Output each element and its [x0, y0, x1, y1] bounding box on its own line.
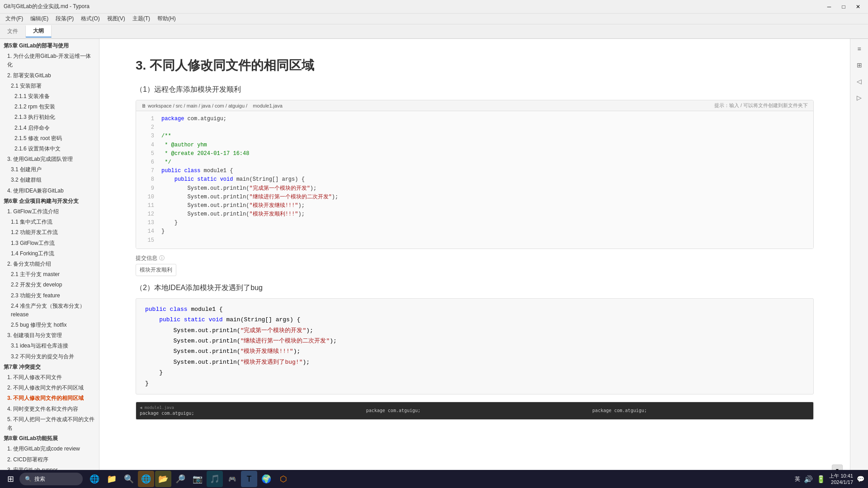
tab-outline[interactable]: 大纲 — [26, 25, 52, 38]
taskbar-icon2[interactable]: 🔋 — [816, 475, 826, 483]
toc-item[interactable]: 第6章 企业项目构建与开发分支 — [0, 196, 99, 206]
taskbar-app-files[interactable]: 📁 — [104, 471, 120, 487]
toc-item[interactable]: 1.3 GitFlow工作流 — [0, 238, 99, 249]
taskbar-app-files2[interactable]: 📂 — [155, 471, 171, 487]
menu-format[interactable]: 格式(O) — [77, 14, 103, 23]
toc-item[interactable]: 5. 不同人把同一文件改成不同的文件名 — [0, 414, 99, 433]
file-path: 🗎 workspace / src / main / java / com / … — [142, 103, 283, 108]
taskbar-notification[interactable]: 💬 — [857, 475, 864, 483]
code-block-2[interactable]: public class module1 { public static voi… — [136, 298, 814, 394]
toc-item[interactable]: 2.1 安装部署 — [0, 81, 99, 91]
toc-item[interactable]: 2. 备分支功能介绍 — [0, 259, 99, 269]
search-label: 搜索 — [34, 475, 45, 483]
toc-item[interactable]: 2.1.3 执行初始化 — [0, 112, 99, 122]
toc-item[interactable]: 2.1.2 rpm 包安装 — [0, 102, 99, 112]
thumbnail-col-left: ◀ module1.java package com.atguigu; — [140, 405, 357, 416]
toc-item[interactable]: 2.5 bug 修理分支 hotfix — [0, 320, 99, 330]
toc-item[interactable]: 1. 为什么使用GitLab-开发运维一体化 — [0, 51, 99, 70]
toc-item[interactable]: 3.2 不同分支的提交与合并 — [0, 352, 99, 362]
toc-item[interactable]: 2.4 准生产分支（预发布分支）release — [0, 301, 99, 320]
commit-value[interactable]: 模块开发顺利 — [136, 264, 176, 276]
code-line-inline: System.out.println("模块开发继续!!!"); — [145, 346, 804, 357]
toc-item[interactable]: 2.1.6 设置简体中文 — [0, 144, 99, 154]
toc-item[interactable]: 1.2 功能开发工作流 — [0, 227, 99, 238]
taskbar-app-globe[interactable]: 🌍 — [258, 471, 274, 487]
toc-item[interactable]: 4. 使用IDEA兼容GitLab — [0, 186, 99, 196]
toc-item[interactable]: 2.1.5 修改 root 密码 — [0, 133, 99, 144]
taskbar-app-search2[interactable]: 🔍 — [121, 471, 137, 487]
toc-item[interactable]: 3.1 idea与远程仓库连接 — [0, 341, 99, 351]
toc-item[interactable]: 2.3 功能分支 feature — [0, 291, 99, 301]
toolbar-icon-3[interactable]: ◁ — [853, 75, 866, 88]
toc-item[interactable]: 第7章 冲突提交 — [0, 362, 99, 372]
taskbar-lang[interactable]: 英 — [795, 475, 800, 483]
toolbar-icon-2[interactable]: ⊞ — [853, 59, 866, 71]
taskbar-app-typora[interactable]: T — [241, 471, 257, 487]
toc-item[interactable]: 2. CICD部署程序 — [0, 455, 99, 465]
toc-item[interactable]: 1. 不同人修改不同文件 — [0, 372, 99, 383]
thumbnail-center-code: package com.atguigu; — [366, 408, 584, 413]
toc-item[interactable]: 1. 使用GitLab完成code review — [0, 444, 99, 454]
toc-item[interactable]: 1. GitFlow工作流介绍 — [0, 206, 99, 217]
toc-item[interactable]: 3. 创建项目与分支管理 — [0, 330, 99, 341]
menu-view[interactable]: 视图(V) — [104, 14, 129, 23]
menu-bar: 文件(F) 编辑(E) 段落(P) 格式(O) 视图(V) 主题(T) 帮助(H… — [0, 14, 868, 24]
taskbar-app-search3[interactable]: 🔎 — [172, 471, 189, 487]
minimize-button[interactable]: ─ — [823, 2, 835, 12]
taskbar-app-code[interactable]: ⬡ — [275, 471, 292, 487]
title-bar: Git与GitLab的企业实战.md - Typora ─ □ ✕ — [0, 0, 868, 14]
commit-label-text: 提交信息 — [136, 254, 157, 262]
toc-item[interactable]: 4. 同时变更文件名和文件内容 — [0, 404, 99, 414]
menu-edit[interactable]: 编辑(E) — [27, 14, 52, 23]
maximize-button[interactable]: □ — [837, 2, 850, 12]
start-button[interactable]: ⊞ — [4, 472, 18, 486]
code-line-inline: System.out.println("继续进行第一个模块的二次开发"); — [145, 336, 804, 346]
toc-item[interactable]: 2.1 主干分支 master — [0, 269, 99, 280]
section1-heading: （1）远程仓库添加模块开发顺利 — [136, 85, 814, 94]
content-area: 3. 不同人修改同文件的相同区域 （1）远程仓库添加模块开发顺利 🗎 works… — [99, 39, 850, 488]
toc-item[interactable]: 2. 不同人修改同文件的不同区域 — [0, 383, 99, 393]
menu-help[interactable]: 帮助(H) — [154, 14, 179, 23]
taskbar-icon1[interactable]: 🔊 — [804, 475, 813, 483]
code-line: 8 public static void main(String[] args)… — [136, 175, 813, 184]
section2-heading: （2）本地IDEA添加模块开发遇到了bug — [136, 283, 814, 293]
toolbar-icon-1[interactable]: ≡ — [853, 42, 866, 55]
app-container: 第5章 GitLab的部署与使用 1. 为什么使用GitLab-开发运维一体化 … — [0, 39, 868, 488]
toc-item[interactable]: 2.1.4 启停命令 — [0, 123, 99, 133]
menu-theme[interactable]: 主题(T) — [129, 14, 154, 23]
code-line-inline: public class module1 { — [145, 304, 804, 314]
close-button[interactable]: ✕ — [852, 2, 864, 12]
code-block-body-1[interactable]: 1package com.atguigu; 2 3/** 4 * @author… — [136, 111, 813, 249]
taskbar-app-weather[interactable]: 🌐 — [86, 471, 103, 487]
toc-item[interactable]: 3. 使用GitLab完成团队管理 — [0, 154, 99, 164]
menu-paragraph[interactable]: 段落(P) — [52, 14, 77, 23]
taskbar-search[interactable]: 🔍 搜索 — [19, 473, 83, 485]
code-line-inline: System.out.println("完成第一个模块的开发"); — [145, 325, 804, 336]
toc-item[interactable]: 3.1 创建用户 — [0, 164, 99, 175]
toc-item[interactable]: 2. 部署安装GitLab — [0, 70, 99, 81]
code-line: 15 — [136, 236, 813, 245]
toc-item[interactable]: 第5章 GitLab的部署与使用 — [0, 41, 99, 51]
toc-item[interactable]: 第8章 GitLab功能拓展 — [0, 433, 99, 444]
toc-item[interactable]: 1.1 集中式工作流 — [0, 217, 99, 227]
toc-item[interactable]: 1.4 Forking工作流 — [0, 249, 99, 259]
toc-item[interactable]: 2.1.1 安装准备 — [0, 91, 99, 102]
taskbar-app-game[interactable]: 🎮 — [224, 471, 240, 487]
taskbar-app-music[interactable]: 🎵 — [207, 471, 223, 487]
menu-file[interactable]: 文件(F) — [2, 14, 27, 23]
taskbar-apps: 🌐 📁 🔍 🌐 📂 🔎 📷 🎵 🎮 T 🌍 ⬡ — [86, 471, 292, 487]
toc-item[interactable]: 3.2 创建群组 — [0, 175, 99, 185]
code-line: 14} — [136, 227, 813, 236]
search-icon: 🔍 — [25, 476, 32, 482]
tab-file[interactable]: 文件 — [0, 26, 26, 37]
toc-item[interactable]: 2.2 开发分支 develop — [0, 280, 99, 290]
page-title: 3. 不同人修改同文件的相同区域 — [136, 57, 814, 74]
thumbnail-col-center: package com.atguigu; — [366, 408, 584, 413]
taskbar-app-browser[interactable]: 🌐 — [138, 471, 154, 487]
toc-item-active[interactable]: 3. 不同人修改同文件的相同区域 — [0, 393, 99, 404]
commit-label: 提交信息 ⓘ — [136, 254, 814, 262]
code-line-inline: } — [145, 378, 804, 389]
taskbar-app-camera[interactable]: 📷 — [189, 471, 206, 487]
toolbar-icon-4[interactable]: ▷ — [853, 91, 866, 104]
code-line: 4 * @author yhm — [136, 141, 813, 150]
